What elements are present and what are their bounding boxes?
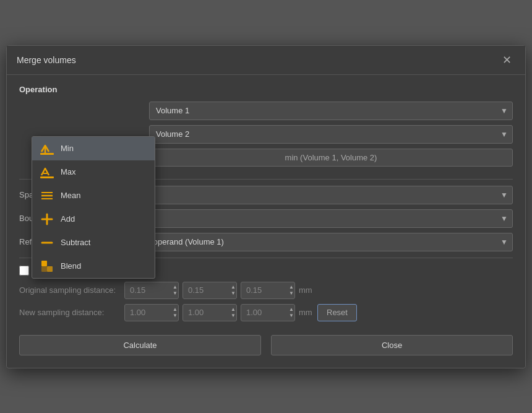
original-y-wrap: ▲▼ xyxy=(182,282,237,299)
dropdown-item-add-label: Add xyxy=(61,214,75,224)
bounding-box-select[interactable]: Union xyxy=(106,209,513,228)
new-z-wrap: ▲▼ xyxy=(241,304,295,321)
spacing-select-wrap: Automatic ▼ xyxy=(106,186,513,204)
reset-button[interactable]: Reset xyxy=(317,304,357,321)
dropdown-item-max[interactable]: Max xyxy=(32,160,155,184)
operation-dropdown[interactable]: Min Max xyxy=(32,136,155,279)
svg-rect-11 xyxy=(47,266,53,272)
original-x-arrows: ▲▼ xyxy=(173,282,178,299)
volume2-select[interactable]: Volume 2 xyxy=(149,125,513,144)
dropdown-item-add[interactable]: Add xyxy=(32,207,155,231)
svg-rect-3 xyxy=(40,176,54,178)
original-unit-label: mm xyxy=(299,285,314,295)
calculate-button[interactable]: Calculate xyxy=(19,335,261,355)
svg-rect-12 xyxy=(41,266,47,272)
original-z-wrap: ▲▼ xyxy=(241,282,295,299)
new-z-input[interactable] xyxy=(241,304,295,321)
bounding-box-select-wrap: Union ▼ xyxy=(106,209,513,228)
svg-rect-10 xyxy=(41,261,47,266)
new-y-wrap: ▲▼ xyxy=(182,304,237,321)
new-y-input[interactable] xyxy=(182,304,237,321)
formula-display: min (Volume 1, Volume 2) xyxy=(149,149,513,167)
dropdown-item-min-label: Min xyxy=(61,144,74,153)
new-x-wrap: ▲▼ xyxy=(124,304,179,321)
operation-section-label: Operation xyxy=(19,85,513,94)
change-sampling-checkbox[interactable] xyxy=(19,266,29,276)
original-y-arrows: ▲▼ xyxy=(231,282,236,299)
new-y-arrows: ▲▼ xyxy=(231,304,236,321)
spacing-select[interactable]: Automatic xyxy=(106,186,513,204)
volume1-select[interactable]: Volume 1 xyxy=(149,102,513,120)
dropdown-item-mean[interactable]: Mean xyxy=(32,184,155,207)
button-row: Calculate Close xyxy=(19,326,513,358)
reference-object-select-wrap: Follow first operand (Volume 1) ▼ xyxy=(106,233,513,251)
mean-icon xyxy=(40,188,54,203)
new-sampling-label: New sampling distance: xyxy=(19,308,124,317)
original-z-input[interactable] xyxy=(241,282,295,299)
original-sampling-row: Original sampling distance: ▲▼ ▲▼ ▲▼ mm xyxy=(19,282,513,299)
dialog-body: Operation Min xyxy=(7,75,525,368)
volume2-select-wrap: Volume 2 ▼ xyxy=(149,125,513,144)
dropdown-item-min[interactable]: Min xyxy=(32,137,155,160)
original-sampling-inputs: ▲▼ ▲▼ ▲▼ mm xyxy=(124,282,314,299)
dropdown-item-subtract-label: Subtract xyxy=(61,238,90,247)
close-dialog-button[interactable]: Close xyxy=(271,335,513,355)
svg-rect-1 xyxy=(40,153,54,155)
dropdown-item-blend[interactable]: Blend xyxy=(32,254,155,278)
merge-volumes-dialog: Merge volumes ✕ Operation Min xyxy=(6,45,526,368)
original-x-input[interactable] xyxy=(124,282,179,299)
title-bar: Merge volumes ✕ xyxy=(7,46,525,75)
blend-icon xyxy=(40,259,54,274)
new-x-input[interactable] xyxy=(124,304,179,321)
subtract-icon xyxy=(40,235,54,250)
close-icon[interactable]: ✕ xyxy=(499,52,515,68)
add-icon xyxy=(40,212,54,227)
new-unit-label: mm xyxy=(299,308,314,317)
original-z-arrows: ▲▼ xyxy=(289,282,294,299)
dropdown-item-subtract[interactable]: Subtract xyxy=(32,231,155,254)
reference-object-select[interactable]: Follow first operand (Volume 1) xyxy=(106,233,513,251)
dialog-title: Merge volumes xyxy=(17,55,76,65)
dropdown-item-blend-label: Blend xyxy=(61,261,81,271)
volume1-select-wrap: Volume 1 ▼ xyxy=(149,102,513,120)
original-sampling-label: Original sampling distance: xyxy=(19,285,124,295)
new-sampling-inputs: ▲▼ ▲▼ ▲▼ mm Reset xyxy=(124,304,357,321)
min-icon xyxy=(40,141,54,156)
new-sampling-row: New sampling distance: ▲▼ ▲▼ ▲▼ mm Reset xyxy=(19,304,513,321)
new-x-arrows: ▲▼ xyxy=(173,304,178,321)
new-z-arrows: ▲▼ xyxy=(289,304,294,321)
original-x-wrap: ▲▼ xyxy=(124,282,179,299)
dropdown-item-max-label: Max xyxy=(61,167,76,176)
max-icon xyxy=(40,165,54,180)
original-y-input[interactable] xyxy=(182,282,237,299)
dropdown-item-mean-label: Mean xyxy=(61,191,81,200)
